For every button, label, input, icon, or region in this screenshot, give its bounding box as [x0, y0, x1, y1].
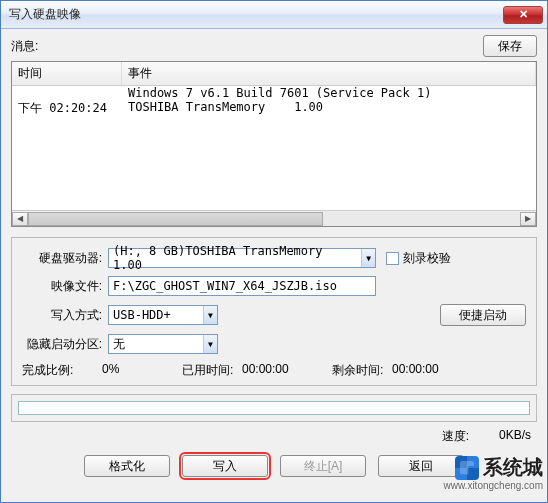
close-button[interactable]: ✕: [503, 6, 543, 24]
elapsed-value: 00:00:00: [242, 362, 332, 379]
mode-label: 写入方式:: [22, 307, 108, 324]
remain-label: 剩余时间:: [332, 362, 392, 379]
scroll-right-icon[interactable]: ▶: [520, 212, 536, 226]
scroll-track[interactable]: [28, 212, 520, 226]
done-label: 完成比例:: [22, 362, 102, 379]
row-image: 映像文件:: [22, 276, 526, 296]
chevron-down-icon: ▼: [203, 335, 217, 353]
verify-label: 刻录校验: [403, 250, 451, 267]
back-button[interactable]: 返回: [378, 455, 464, 477]
abort-button[interactable]: 终止[A]: [280, 455, 366, 477]
row-mode: 写入方式: USB-HDD+ ▼ 便捷启动: [22, 304, 526, 326]
drive-label: 硬盘驱动器:: [22, 250, 108, 267]
watermark-url: www.xitongcheng.com: [444, 480, 544, 491]
image-label: 映像文件:: [22, 278, 108, 295]
dialog-window: 写入硬盘映像 ✕ 消息: 保存 时间 事件 Windows 7 v6.1 Bui…: [0, 0, 548, 503]
log-header: 时间 事件: [12, 62, 536, 86]
remain-value: 00:00:00: [392, 362, 439, 379]
log-event: TOSHIBA TransMemory 1.00: [122, 100, 536, 117]
elapsed-label: 已用时间:: [182, 362, 242, 379]
close-icon: ✕: [519, 8, 528, 21]
quick-boot-button[interactable]: 便捷启动: [440, 304, 526, 326]
column-time[interactable]: 时间: [12, 62, 122, 85]
log-row: 下午 02:20:24 TOSHIBA TransMemory 1.00: [12, 100, 536, 117]
form-group: 硬盘驱动器: (H:, 8 GB)TOSHIBA TransMemory 1.0…: [11, 237, 537, 386]
title-bar: 写入硬盘映像 ✕: [1, 1, 547, 29]
image-path-input[interactable]: [108, 276, 376, 296]
window-title: 写入硬盘映像: [9, 6, 503, 23]
mode-combo[interactable]: USB-HDD+ ▼: [108, 305, 218, 325]
column-event[interactable]: 事件: [122, 62, 536, 85]
chevron-down-icon: ▼: [203, 306, 217, 324]
speed-label: 速度:: [442, 428, 469, 445]
progress-group: [11, 394, 537, 422]
write-button[interactable]: 写入: [182, 455, 268, 477]
button-row: 格式化 写入 终止[A] 返回 系统城 www.xitongcheng.com: [11, 455, 537, 477]
log-panel: 时间 事件 Windows 7 v6.1 Build 7601 (Service…: [11, 61, 537, 227]
log-row: Windows 7 v6.1 Build 7601 (Service Pack …: [12, 86, 536, 100]
chevron-down-icon: ▼: [361, 249, 375, 267]
stats-row: 完成比例: 0% 已用时间: 00:00:00 剩余时间: 00:00:00: [22, 362, 526, 379]
log-event: Windows 7 v6.1 Build 7601 (Service Pack …: [122, 86, 536, 100]
format-button[interactable]: 格式化: [84, 455, 170, 477]
log-time: 下午 02:20:24: [12, 100, 122, 117]
log-body: Windows 7 v6.1 Build 7601 (Service Pack …: [12, 86, 536, 210]
progress-bar: [18, 401, 530, 415]
row-hidden: 隐藏启动分区: 无 ▼: [22, 334, 526, 354]
mode-value: USB-HDD+: [113, 308, 171, 322]
drive-combo[interactable]: (H:, 8 GB)TOSHIBA TransMemory 1.00 ▼: [108, 248, 376, 268]
hidden-value: 无: [113, 336, 125, 353]
hidden-combo[interactable]: 无 ▼: [108, 334, 218, 354]
hidden-label: 隐藏启动分区:: [22, 336, 108, 353]
messages-label: 消息:: [11, 38, 483, 55]
watermark-brand: 系统城: [483, 454, 543, 481]
drive-value: (H:, 8 GB)TOSHIBA TransMemory 1.00: [113, 244, 357, 272]
horizontal-scrollbar[interactable]: ◀ ▶: [12, 210, 536, 226]
done-value: 0%: [102, 362, 182, 379]
speed-value: 0KB/s: [499, 428, 531, 445]
speed-row: 速度: 0KB/s: [11, 428, 537, 445]
content-area: 消息: 保存 时间 事件 Windows 7 v6.1 Build 7601 (…: [1, 29, 547, 502]
log-time: [12, 86, 122, 100]
save-button[interactable]: 保存: [483, 35, 537, 57]
messages-row: 消息: 保存: [11, 35, 537, 57]
scroll-left-icon[interactable]: ◀: [12, 212, 28, 226]
scroll-thumb[interactable]: [28, 212, 323, 226]
row-drive: 硬盘驱动器: (H:, 8 GB)TOSHIBA TransMemory 1.0…: [22, 248, 526, 268]
verify-checkbox[interactable]: 刻录校验: [386, 250, 451, 267]
checkbox-box: [386, 252, 399, 265]
watermark: 系统城 www.xitongcheng.com: [455, 454, 543, 481]
